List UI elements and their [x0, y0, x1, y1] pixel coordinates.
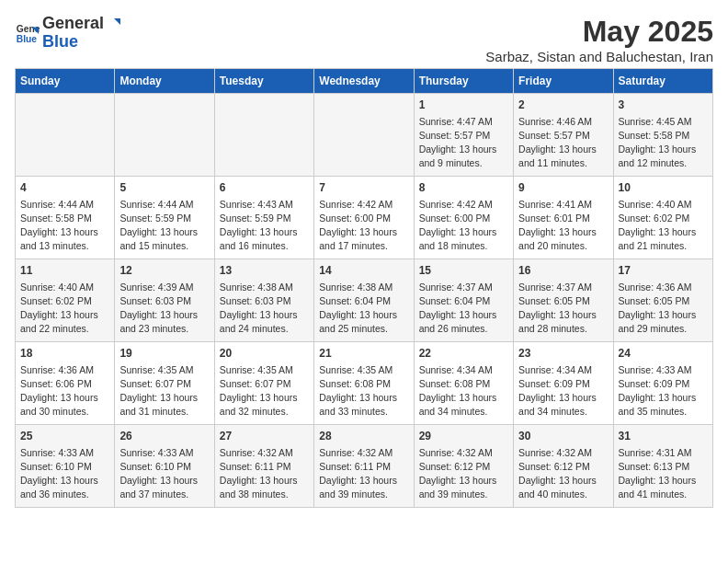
cell-line: Daylight: 13 hours and 24 minutes. [220, 309, 298, 334]
calendar-cell: 15Sunrise: 4:37 AMSunset: 6:04 PMDayligh… [414, 259, 513, 342]
calendar-cell: 31Sunrise: 4:31 AMSunset: 6:13 PMDayligh… [613, 425, 712, 508]
day-number: 25 [20, 429, 109, 444]
day-number: 27 [220, 429, 309, 444]
logo-text: General [42, 15, 122, 33]
cell-line: Daylight: 13 hours and 18 minutes. [419, 226, 497, 251]
day-number: 3 [619, 98, 708, 113]
day-number: 16 [518, 263, 608, 279]
cell-line: Daylight: 13 hours and 41 minutes. [619, 475, 697, 500]
day-number: 24 [619, 346, 708, 362]
day-number: 18 [20, 346, 109, 362]
cell-content: Sunrise: 4:32 AMSunset: 6:12 PMDaylight:… [419, 446, 508, 502]
cell-line: Sunrise: 4:38 AM [220, 282, 293, 293]
cell-line: Sunrise: 4:32 AM [419, 447, 493, 458]
header-day-friday: Friday [514, 69, 613, 94]
cell-content: Sunrise: 4:36 AMSunset: 6:06 PMDaylight:… [20, 363, 109, 419]
cell-content: Sunrise: 4:45 AMSunset: 5:58 PMDaylight:… [619, 115, 708, 171]
day-number: 9 [518, 180, 608, 196]
cell-line: Sunrise: 4:47 AM [419, 116, 493, 127]
cell-line: Sunrise: 4:40 AM [619, 199, 692, 210]
cell-content: Sunrise: 4:42 AMSunset: 6:00 PMDaylight:… [419, 198, 508, 254]
calendar-cell: 2Sunrise: 4:46 AMSunset: 5:57 PMDaylight… [514, 94, 613, 177]
day-number: 10 [619, 180, 708, 196]
calendar-cell: 24Sunrise: 4:33 AMSunset: 6:09 PMDayligh… [613, 342, 712, 425]
day-number: 19 [119, 346, 209, 362]
cell-line: Sunrise: 4:43 AM [220, 199, 293, 210]
cell-line: Sunset: 5:58 PM [20, 213, 92, 224]
cell-content: Sunrise: 4:32 AMSunset: 6:11 PMDaylight:… [220, 446, 309, 502]
cell-line: Sunset: 6:05 PM [518, 295, 590, 306]
cell-line: Sunrise: 4:42 AM [319, 199, 392, 210]
calendar-cell: 6Sunrise: 4:43 AMSunset: 5:59 PMDaylight… [214, 177, 313, 259]
cell-line: Daylight: 13 hours and 34 minutes. [518, 392, 597, 417]
cell-content: Sunrise: 4:32 AMSunset: 6:12 PMDaylight:… [518, 446, 608, 502]
page-header: General Blue General Blue May 2025 Sarba… [15, 15, 713, 64]
svg-text:Blue: Blue [17, 34, 38, 44]
cell-line: Sunrise: 4:35 AM [220, 364, 293, 375]
day-number: 7 [319, 180, 408, 196]
day-number: 11 [20, 263, 109, 279]
header-day-wednesday: Wednesday [314, 69, 414, 94]
cell-line: Sunrise: 4:34 AM [518, 364, 592, 375]
cell-line: Sunset: 6:07 PM [119, 378, 191, 389]
calendar-cell [115, 94, 214, 177]
cell-line: Daylight: 13 hours and 20 minutes. [518, 226, 597, 251]
day-number: 29 [419, 429, 508, 444]
cell-line: Sunset: 6:12 PM [518, 461, 590, 472]
day-number: 2 [518, 98, 608, 113]
cell-line: Sunrise: 4:41 AM [518, 199, 592, 210]
cell-content: Sunrise: 4:40 AMSunset: 6:02 PMDaylight:… [619, 198, 708, 254]
week-row-2: 4Sunrise: 4:44 AMSunset: 5:58 PMDaylight… [16, 177, 713, 259]
calendar-cell: 17Sunrise: 4:36 AMSunset: 6:05 PMDayligh… [613, 259, 712, 342]
cell-line: Sunset: 6:04 PM [319, 295, 391, 306]
day-number: 23 [518, 346, 608, 362]
header-day-tuesday: Tuesday [214, 69, 313, 94]
header-row: SundayMondayTuesdayWednesdayThursdayFrid… [16, 69, 713, 94]
calendar-cell: 4Sunrise: 4:44 AMSunset: 5:58 PMDaylight… [16, 177, 115, 259]
cell-line: Sunset: 5:59 PM [220, 213, 291, 224]
cell-content: Sunrise: 4:38 AMSunset: 6:04 PMDaylight:… [319, 281, 408, 337]
header-day-monday: Monday [115, 69, 214, 94]
cell-line: Sunrise: 4:34 AM [419, 364, 493, 375]
cell-line: Sunrise: 4:38 AM [319, 282, 392, 293]
cell-content: Sunrise: 4:44 AMSunset: 5:58 PMDaylight:… [20, 198, 109, 254]
cell-content: Sunrise: 4:46 AMSunset: 5:57 PMDaylight:… [518, 115, 608, 171]
calendar-cell: 16Sunrise: 4:37 AMSunset: 6:05 PMDayligh… [514, 259, 613, 342]
cell-line: Sunrise: 4:44 AM [119, 199, 193, 210]
day-number: 30 [518, 429, 608, 444]
cell-content: Sunrise: 4:31 AMSunset: 6:13 PMDaylight:… [619, 446, 708, 502]
calendar-cell: 11Sunrise: 4:40 AMSunset: 6:02 PMDayligh… [16, 259, 115, 342]
cell-line: Daylight: 13 hours and 28 minutes. [518, 309, 597, 334]
day-number: 13 [220, 263, 309, 279]
cell-content: Sunrise: 4:37 AMSunset: 6:04 PMDaylight:… [419, 281, 508, 337]
cell-content: Sunrise: 4:34 AMSunset: 6:08 PMDaylight:… [419, 363, 508, 419]
cell-line: Sunrise: 4:40 AM [20, 282, 94, 293]
calendar-cell [314, 94, 414, 177]
header-day-thursday: Thursday [414, 69, 513, 94]
cell-content: Sunrise: 4:34 AMSunset: 6:09 PMDaylight:… [518, 363, 608, 419]
day-number: 26 [119, 429, 209, 444]
calendar-cell: 7Sunrise: 4:42 AMSunset: 6:00 PMDaylight… [314, 177, 414, 259]
header-day-sunday: Sunday [16, 69, 115, 94]
cell-line: Sunrise: 4:45 AM [619, 116, 692, 127]
calendar-cell: 26Sunrise: 4:33 AMSunset: 6:10 PMDayligh… [115, 425, 214, 508]
cell-content: Sunrise: 4:37 AMSunset: 6:05 PMDaylight:… [518, 281, 608, 337]
cell-content: Sunrise: 4:41 AMSunset: 6:01 PMDaylight:… [518, 198, 608, 254]
cell-line: Sunset: 5:59 PM [119, 213, 191, 224]
calendar-cell: 20Sunrise: 4:35 AMSunset: 6:07 PMDayligh… [214, 342, 313, 425]
cell-line: Daylight: 13 hours and 39 minutes. [319, 475, 397, 500]
day-number: 21 [319, 346, 408, 362]
day-number: 15 [419, 263, 508, 279]
day-number: 22 [419, 346, 508, 362]
calendar-cell: 13Sunrise: 4:38 AMSunset: 6:03 PMDayligh… [214, 259, 313, 342]
cell-line: Daylight: 13 hours and 16 minutes. [220, 226, 298, 251]
day-number: 20 [220, 346, 309, 362]
cell-line: Daylight: 13 hours and 34 minutes. [419, 392, 497, 417]
calendar-cell: 19Sunrise: 4:35 AMSunset: 6:07 PMDayligh… [115, 342, 214, 425]
cell-content: Sunrise: 4:36 AMSunset: 6:05 PMDaylight:… [619, 281, 708, 337]
day-number: 8 [419, 180, 508, 196]
cell-line: Sunset: 6:11 PM [220, 461, 291, 472]
cell-line: Sunset: 6:02 PM [20, 295, 92, 306]
cell-line: Sunrise: 4:44 AM [20, 199, 94, 210]
cell-line: Sunrise: 4:36 AM [619, 282, 692, 293]
